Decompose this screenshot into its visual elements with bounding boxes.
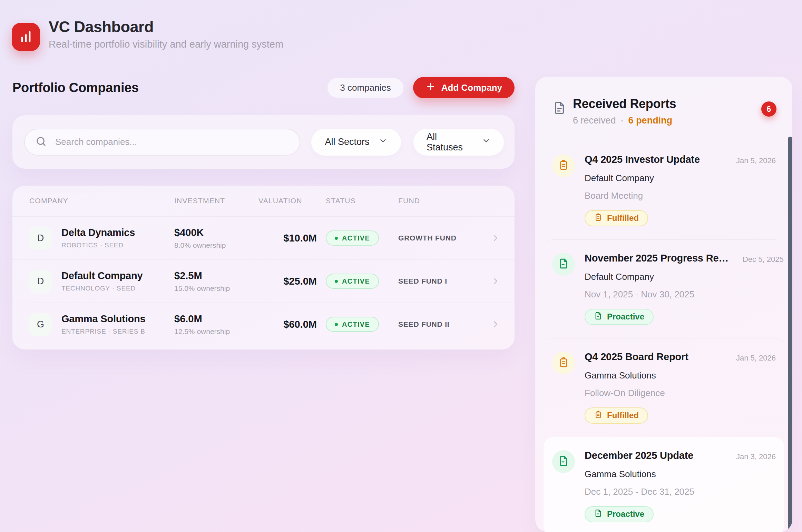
- column-header: INVESTMENT: [174, 197, 258, 205]
- column-header: COMPANY: [29, 197, 174, 205]
- clipboard-icon: [558, 356, 569, 370]
- report-date: Jan 5, 2026: [736, 156, 776, 226]
- table-header-row: COMPANY INVESTMENT VALUATION STATUS FUND: [12, 186, 515, 216]
- report-list-item[interactable]: Q4 2025 Investor Update Default Company …: [544, 141, 784, 239]
- page-title: Portfolio Companies: [12, 80, 139, 95]
- reports-scrollbar[interactable]: [788, 137, 792, 532]
- section-actions: 3 companies Add Company: [327, 77, 515, 98]
- report-company: Default Company: [585, 272, 733, 282]
- reports-summary: 6 received · 6 pending: [573, 115, 676, 126]
- table-row[interactable]: G Gamma Solutions ENTERPRISE · SERIES B …: [12, 303, 515, 346]
- company-count-badge: 3 companies: [327, 78, 403, 98]
- status-label: ACTIVE: [342, 234, 370, 242]
- valuation-cell: $25.0M: [258, 276, 326, 287]
- report-date: Jan 3, 2026: [736, 452, 776, 522]
- report-type-icon: [552, 450, 575, 473]
- clipboard-icon: [594, 410, 603, 421]
- reports-title: Received Reports: [573, 97, 676, 111]
- status-badge: ACTIVE: [326, 317, 379, 332]
- bar-chart-icon: [18, 29, 33, 45]
- report-meta: Nov 1, 2025 - Nov 30, 2025: [585, 289, 733, 300]
- valuation-cell: $10.0M: [258, 233, 326, 244]
- search-input[interactable]: [55, 136, 289, 148]
- report-tag-badge: Proactive: [585, 506, 654, 522]
- add-company-button[interactable]: Add Company: [413, 77, 515, 98]
- received-count: 6 received: [573, 115, 616, 126]
- report-tag-label: Fulfilled: [607, 411, 639, 420]
- chevron-right-icon[interactable]: [481, 276, 501, 286]
- company-avatar: G: [29, 313, 52, 336]
- report-tag-badge: Fulfilled: [585, 407, 648, 424]
- document-icon: [552, 101, 567, 117]
- company-name: Default Company: [61, 270, 143, 282]
- document-icon: [594, 312, 603, 322]
- ownership-percent: 15.0% ownership: [174, 284, 258, 293]
- sector-filter-value: All Sectors: [325, 137, 369, 147]
- company-name: Delta Dynamics: [61, 227, 135, 238]
- investment-amount: $400K: [174, 227, 258, 238]
- report-type-icon: [552, 154, 575, 177]
- filters-card: All Sectors All Statuses: [12, 115, 515, 169]
- report-tag-badge: Proactive: [585, 309, 654, 325]
- report-title: December 2025 Update: [585, 450, 726, 461]
- search-box: [24, 129, 300, 156]
- document-icon: [594, 509, 603, 520]
- report-tag-label: Fulfilled: [607, 213, 639, 223]
- table-row[interactable]: D Default Company TECHNOLOGY · SEED $2.5…: [12, 259, 515, 303]
- document-icon: [558, 455, 569, 468]
- add-company-label: Add Company: [441, 82, 502, 93]
- company-meta: TECHNOLOGY · SEED: [61, 285, 143, 292]
- report-list-item[interactable]: November 2025 Progress Repo... Default C…: [544, 239, 784, 338]
- company-cell: G Gamma Solutions ENTERPRISE · SERIES B: [29, 313, 174, 336]
- company-cell: D Delta Dynamics ROBOTICS · SEED: [29, 227, 174, 249]
- company-avatar: D: [29, 227, 52, 249]
- investment-cell: $400K 8.0% ownership: [174, 227, 258, 249]
- status-filter-select[interactable]: All Statuses: [413, 129, 504, 156]
- table-row[interactable]: D Delta Dynamics ROBOTICS · SEED $400K 8…: [12, 216, 515, 259]
- report-tag-badge: Fulfilled: [585, 210, 648, 226]
- sector-filter-select[interactable]: All Sectors: [311, 129, 401, 156]
- status-filter-value: All Statuses: [427, 131, 473, 153]
- vc-dashboard-page: VC Dashboard Real-time portfolio visibil…: [0, 0, 802, 532]
- report-meta: Dec 1, 2025 - Dec 31, 2025: [585, 486, 726, 497]
- report-list-item[interactable]: December 2025 Update Gamma Solutions Dec…: [544, 437, 784, 532]
- company-meta: ROBOTICS · SEED: [61, 242, 135, 249]
- investment-cell: $2.5M 15.0% ownership: [174, 270, 258, 293]
- status-dot-icon: [335, 237, 338, 240]
- status-dot-icon: [335, 280, 338, 283]
- status-label: ACTIVE: [342, 277, 370, 285]
- investment-amount: $6.0M: [174, 313, 258, 325]
- report-company: Gamma Solutions: [585, 469, 726, 480]
- company-name: Gamma Solutions: [61, 313, 146, 325]
- clipboard-icon: [558, 159, 569, 172]
- report-company: Gamma Solutions: [585, 370, 726, 381]
- reports-header: Received Reports 6 received · 6 pending …: [535, 97, 792, 126]
- app-subtitle: Real-time portfolio visibility and early…: [49, 39, 283, 50]
- report-list-item[interactable]: Q4 2025 Board Report Gamma Solutions Fol…: [544, 338, 784, 437]
- chevron-down-icon: [482, 136, 491, 148]
- status-label: ACTIVE: [342, 321, 370, 328]
- ownership-percent: 12.5% ownership: [174, 327, 258, 336]
- column-header: VALUATION: [258, 197, 326, 205]
- plus-icon: [426, 81, 436, 94]
- ownership-percent: 8.0% ownership: [174, 241, 258, 249]
- report-meta: Follow-On Diligence: [585, 388, 726, 398]
- fund-cell: SEED FUND II: [398, 320, 481, 328]
- report-title: Q4 2025 Investor Update: [585, 154, 726, 165]
- chevron-right-icon[interactable]: [481, 319, 501, 329]
- fund-cell: GROWTH FUND: [398, 234, 481, 242]
- valuation-cell: $60.0M: [258, 319, 326, 330]
- document-icon: [558, 258, 569, 271]
- company-meta: ENTERPRISE · SERIES B: [61, 328, 146, 335]
- search-icon: [35, 136, 47, 149]
- chevron-right-icon[interactable]: [481, 233, 501, 243]
- report-tag-label: Proactive: [607, 312, 644, 322]
- status-badge: ACTIVE: [326, 230, 379, 246]
- report-type-icon: [552, 253, 575, 276]
- reports-list: Q4 2025 Investor Update Default Company …: [535, 141, 792, 532]
- status-dot-icon: [335, 323, 338, 326]
- report-date: Dec 5, 2025: [743, 255, 784, 325]
- status-badge: ACTIVE: [326, 274, 379, 289]
- column-header: STATUS: [326, 197, 398, 205]
- report-title: Q4 2025 Board Report: [585, 352, 726, 363]
